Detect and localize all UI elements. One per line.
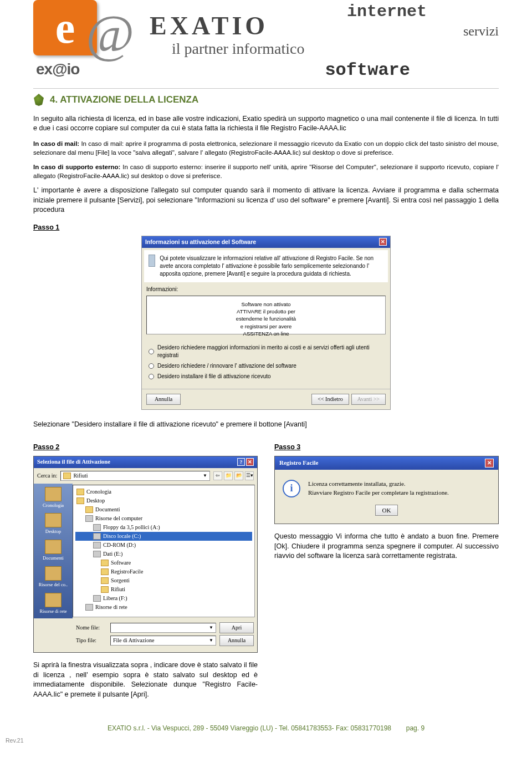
- brand-sub: ex@io: [36, 58, 79, 80]
- sidebar-place-item[interactable]: Risorse del co..: [39, 566, 68, 588]
- close-icon[interactable]: ✕: [379, 238, 387, 246]
- chevron-down-icon: ▼: [209, 637, 213, 643]
- file-list-item[interactable]: RegistroFacile: [75, 567, 252, 576]
- document-header: e @ EXATIO il partner informatico ex@io …: [33, 0, 499, 89]
- open-button[interactable]: Apri: [219, 622, 254, 633]
- info-icon: i: [283, 480, 300, 497]
- drive-icon: [93, 524, 101, 531]
- header-word-internet: internet: [347, 0, 427, 23]
- info-icon: [149, 255, 155, 267]
- filetype-value: File di Attivazione: [113, 637, 154, 644]
- drive-icon: [85, 604, 93, 611]
- header-word-software: software: [325, 58, 410, 83]
- file-item-label: Risorse di rete: [95, 603, 127, 611]
- folder-icon: [76, 497, 84, 504]
- filename-input[interactable]: ▼: [110, 623, 216, 633]
- chevron-down-icon: ▼: [209, 624, 213, 631]
- filetype-label: Tipo file:: [76, 637, 107, 644]
- msgbox-line1: Licenza correttamente installata, grazie…: [308, 480, 449, 489]
- radio-option-3[interactable]: Desidero installare il file di attivazio…: [149, 373, 383, 380]
- folder-icon: [45, 513, 62, 527]
- file-list-item[interactable]: Cronologia: [75, 487, 252, 496]
- file-list-item[interactable]: Disco locale (C:): [75, 532, 252, 541]
- folder-icon: [101, 560, 109, 566]
- sidebar-place-item[interactable]: Desktop: [45, 513, 62, 535]
- radio-option-1[interactable]: Desidero richiedere maggiori informazion…: [149, 344, 383, 359]
- footer-text: EXATIO s.r.l. - Via Vespucci, 289 - 5504…: [108, 724, 391, 732]
- close-icon[interactable]: ✕: [485, 459, 494, 468]
- file-list-item[interactable]: Libera (F:): [75, 594, 252, 603]
- success-msgbox: Registro Facile ✕ i Licenza correttament…: [274, 456, 499, 524]
- file-list-item[interactable]: Software: [75, 558, 252, 567]
- cancel-button[interactable]: Annulla: [146, 394, 181, 405]
- file-item-label: RegistroFacile: [111, 568, 143, 576]
- folder-icon: [45, 540, 62, 554]
- file-item-label: CD-ROM (D:): [103, 541, 136, 549]
- sidebar-place-item[interactable]: Documenti: [43, 540, 64, 562]
- help-icon[interactable]: ?: [237, 458, 245, 466]
- folder-icon: [45, 487, 62, 501]
- step3-label: Passo 3: [274, 443, 499, 453]
- radio-option-2-label: Desidero richiedere / rinnovare l' attiv…: [157, 362, 296, 370]
- file-list[interactable]: CronologiaDesktopDocumentiRisorse del co…: [73, 485, 255, 617]
- dialog1-infobox: Software non attivato ATTIVARE il prodot…: [146, 296, 386, 334]
- chevron-down-icon: ▼: [203, 473, 207, 479]
- cancel-button[interactable]: Annulla: [219, 635, 254, 646]
- sidebar-place-item[interactable]: Risorse di rete: [39, 593, 66, 615]
- file-item-label: Rifiuti: [111, 586, 125, 593]
- sidebar-place-item[interactable]: Cronologia: [43, 487, 64, 509]
- folder-icon: [101, 577, 109, 584]
- close-icon[interactable]: ✕: [246, 458, 254, 466]
- page-footer: EXATIO s.r.l. - Via Vespucci, 289 - 5504…: [33, 724, 499, 733]
- file-list-item[interactable]: Dati (E:): [75, 550, 252, 558]
- newfolder-icon[interactable]: 📂: [234, 471, 243, 480]
- radio-icon: [149, 374, 154, 379]
- file-item-label: Disco locale (C:): [103, 532, 141, 540]
- revision-label: Rev.21: [6, 737, 499, 745]
- filetype-combo[interactable]: File di Attivazione ▼: [110, 636, 216, 646]
- folder-icon: [101, 568, 109, 575]
- ok-button[interactable]: OK: [375, 505, 398, 516]
- msgbox-line2: Riavviare Registro Facile per completare…: [308, 489, 449, 497]
- header-word-servizi: servizi: [463, 22, 499, 41]
- dialog1-info-label: Informazioni:: [142, 285, 390, 294]
- file-list-item[interactable]: Floppy da 3,5 pollici (A:): [75, 523, 252, 532]
- filename-label: Nome file:: [76, 624, 107, 632]
- folder-icon: [101, 586, 109, 593]
- file-list-item[interactable]: Documenti: [75, 505, 252, 514]
- radio-option-1-label: Desidero richiedere maggiori informazion…: [157, 344, 383, 359]
- step2-label: Passo 2: [33, 443, 258, 453]
- drive-icon: [93, 533, 101, 540]
- radio-icon: [149, 349, 154, 354]
- drive-icon: [93, 542, 101, 548]
- radio-icon: [149, 363, 154, 369]
- up-nav-icon[interactable]: 📁: [224, 471, 233, 480]
- dialog3-title: Registro Facile: [279, 459, 318, 468]
- file-item-label: Desktop: [86, 497, 105, 505]
- file-item-label: Cronologia: [86, 488, 111, 496]
- folder-icon: [63, 473, 71, 479]
- exatio-logo: e @: [33, 0, 144, 58]
- file-list-item[interactable]: Risorse di rete: [75, 603, 252, 612]
- section-heading-text: 4. ATTIVAZIONE DELLA LICENZA: [50, 93, 198, 106]
- back-button[interactable]: << Indietro: [311, 394, 349, 405]
- file-list-item[interactable]: Rifiuti: [75, 585, 252, 594]
- logo-at-sign: @: [86, 0, 135, 71]
- file-list-item[interactable]: Risorse del computer: [75, 514, 252, 523]
- file-item-label: Floppy da 3,5 pollici (A:): [103, 524, 160, 531]
- radio-option-2[interactable]: Desidero richiedere / rinnovare l' attiv…: [149, 362, 383, 370]
- view-icon[interactable]: ☰▾: [245, 471, 254, 480]
- file-list-item[interactable]: Sorgenti: [75, 576, 252, 585]
- lookin-value: Rifiuti: [73, 472, 88, 480]
- drive-icon: [93, 551, 101, 557]
- file-item-label: Libera (F:): [103, 595, 127, 602]
- leaf-icon: [33, 94, 44, 106]
- next-button[interactable]: Avanti >>: [351, 394, 386, 405]
- paragraph-importante: L' importante è avere a disposizione l'a…: [33, 186, 499, 215]
- back-nav-icon[interactable]: ⇦: [213, 471, 222, 480]
- activation-info-dialog: Informazioni su attivazione del Software…: [141, 236, 391, 410]
- file-list-item[interactable]: Desktop: [75, 496, 252, 505]
- lookin-combo[interactable]: Rifiuti ▼: [60, 471, 210, 481]
- radio-option-3-label: Desidero installare il file di attivazio…: [157, 373, 271, 380]
- file-list-item[interactable]: CD-ROM (D:): [75, 541, 252, 550]
